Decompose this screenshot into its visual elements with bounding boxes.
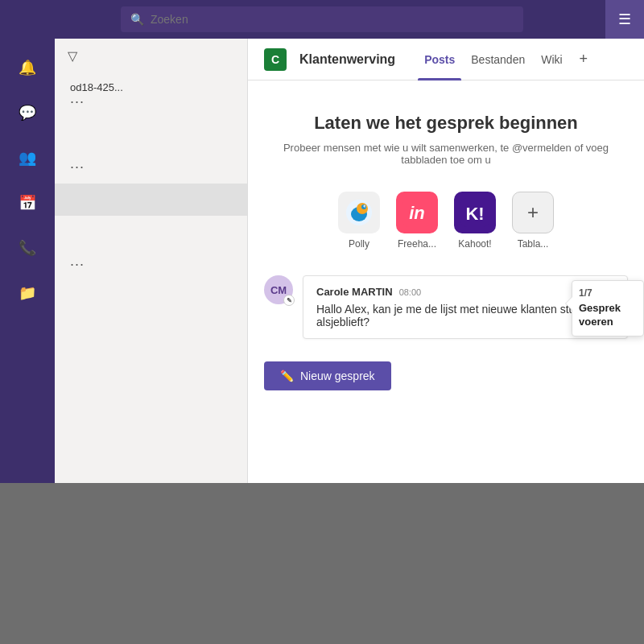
message-time: 08:00 (399, 287, 422, 297)
channel-list-header: ▽ (55, 39, 247, 73)
sidebar-icon-activity[interactable]: 🔔 (8, 48, 47, 87)
bottom-gray-area (0, 483, 644, 644)
tab-add-button[interactable]: + (572, 48, 595, 71)
sidebar-icon-calls[interactable]: 📞 (8, 229, 47, 267)
channel-item-2[interactable]: ··· (55, 151, 247, 184)
sidebar-icon-files[interactable]: 📁 (8, 274, 47, 312)
freehand-svg: in (402, 198, 431, 227)
app-icon-freehand[interactable]: in Freeha... (396, 192, 438, 250)
tab-bestanden[interactable]: Bestanden (464, 39, 531, 80)
channel-item-1[interactable]: od18-425... ··· (55, 73, 247, 118)
channel-item-selected[interactable] (55, 184, 247, 216)
polly-svg (345, 198, 374, 227)
channel-icon: C (264, 48, 287, 71)
polly-label: Polly (349, 238, 369, 250)
add-more-plus-icon: + (527, 201, 539, 224)
channel-item-1-dots: ··· (70, 93, 85, 109)
kahoot-label: Kahoot! (458, 238, 491, 250)
search-input[interactable] (151, 13, 514, 26)
tabla-icon-box: + (512, 192, 554, 233)
freehand-label: Freeha... (398, 238, 436, 250)
app-icon-kahoot[interactable]: K! Kahoot! (454, 192, 496, 250)
callout-counter: 1/7 (579, 287, 637, 299)
start-subtitle: Probeer mensen met wie u wilt samenwerke… (264, 142, 628, 166)
channel-item-3[interactable]: ··· (55, 248, 247, 281)
channel-item-spacer-1 (55, 118, 247, 151)
channel-name: Klantenwerving (299, 52, 395, 67)
svg-point-5 (365, 205, 365, 206)
top-bar: 🔍 ☰ (0, 0, 644, 39)
callout-arrow (566, 297, 572, 310)
avatar-edit-icon[interactable]: ✎ (283, 295, 295, 306)
filter-icon[interactable]: ▽ (68, 48, 77, 64)
start-conversation: Laten we het gesprek beginnen Probeer me… (264, 113, 628, 166)
channel-header: C Klantenwerving Posts Bestanden Wiki + (248, 39, 644, 80)
new-conversation-label: Nieuw gesprek (300, 369, 375, 382)
app-icons-row: Polly in Freeha... (338, 192, 554, 250)
search-icon: 🔍 (130, 13, 144, 26)
sidebar-icon-calendar[interactable]: 📅 (8, 184, 47, 222)
channel-item-3-dots: ··· (70, 256, 85, 272)
sidebar-icon-chat[interactable]: 💬 (8, 93, 47, 132)
svg-text:in: in (409, 203, 425, 223)
tab-bar: Posts Bestanden Wiki + (418, 39, 595, 80)
channel-item-1-label: od18-425... (70, 81, 234, 93)
top-bar-avatar[interactable]: ☰ (605, 0, 644, 39)
avatar: CM ✎ (264, 275, 293, 304)
app-icon-polly[interactable]: Polly (338, 192, 380, 250)
tabla-label: Tabla... (518, 238, 549, 250)
callout-text: Gesprek voeren (579, 302, 637, 329)
tab-posts[interactable]: Posts (418, 39, 461, 80)
kahoot-icon-box: K! (454, 192, 496, 233)
polly-icon-box (338, 192, 380, 233)
app-icon-tabla[interactable]: + Tabla... (512, 192, 554, 250)
hamburger-icon: ☰ (618, 10, 631, 28)
search-bar[interactable]: 🔍 (121, 6, 523, 32)
channel-item-spacer-2 (55, 216, 247, 248)
start-title: Laten we het gesprek beginnen (264, 113, 628, 134)
new-conversation-button[interactable]: ✏️ Nieuw gesprek (264, 361, 391, 390)
tab-wiki[interactable]: Wiki (535, 39, 568, 80)
new-conversation-icon: ✏️ (280, 369, 294, 382)
channel-item-2-dots: ··· (70, 159, 85, 175)
svg-text:K!: K! (465, 204, 484, 224)
freehand-icon-box: in (396, 192, 438, 233)
kahoot-svg: K! (460, 198, 489, 227)
callout-tooltip: 1/7 Gesprek voeren (572, 280, 644, 336)
message-author: Carole MARTIN (316, 286, 393, 298)
sidebar-icon-teams[interactable]: 👥 (8, 138, 47, 177)
